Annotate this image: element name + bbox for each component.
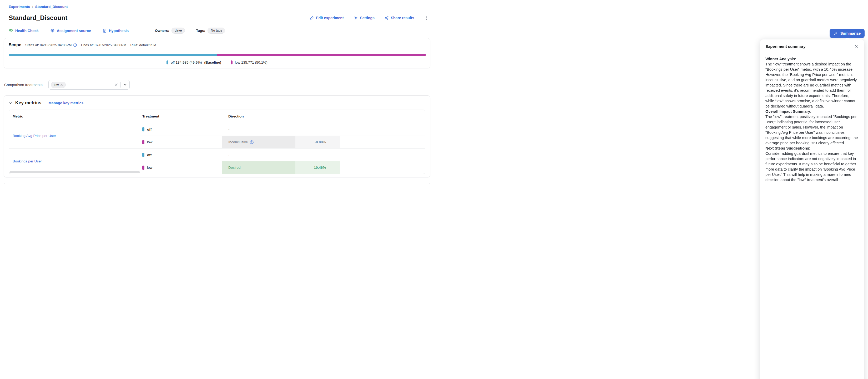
allocation-legend: off 134,985 (49.9%) (Baseline) low 135,7…: [9, 61, 425, 64]
direction-cell-desired: Desired: [222, 161, 296, 174]
change-cell: -0.08%: [296, 136, 340, 148]
tags-group: Tags: No tags: [196, 28, 225, 34]
table-header-row: Metric Treatment Direction: [9, 110, 425, 123]
breadcrumb-current[interactable]: Standard_Discount: [35, 5, 68, 9]
manage-key-metrics-link[interactable]: Manage key metrics: [49, 101, 83, 105]
scope-title: Scope: [9, 42, 21, 47]
change-cell: [296, 123, 340, 136]
gear-icon: [354, 16, 358, 20]
title-row: Standard_Discount Edit experiment Settin…: [0, 14, 434, 22]
document-icon: [102, 29, 107, 33]
key-metrics-card: Key metrics Manage key metrics Metric Tr…: [4, 95, 430, 177]
direction-cell: -: [222, 123, 296, 136]
health-check-link[interactable]: Health Check: [9, 28, 39, 33]
legend-item-low: low 135,771 (50.1%): [231, 61, 268, 64]
change-cell: [296, 148, 340, 161]
assignment-source-link[interactable]: Assignment source: [50, 28, 91, 33]
table-row: off -: [140, 148, 425, 161]
info-icon[interactable]: [73, 43, 77, 47]
comparison-treatments-label: Comparison treatments: [4, 83, 42, 87]
clear-selection-icon[interactable]: [114, 82, 119, 87]
column-header-treatment: Treatment: [140, 114, 222, 118]
table-row: off -: [140, 123, 425, 136]
chip-remove-icon[interactable]: [60, 83, 63, 86]
meta-row: Health Check Assignment source Hypothesi…: [0, 28, 434, 34]
comparison-treatments-row: Comparison treatments low: [0, 80, 434, 90]
allocation-segment-off: [9, 54, 217, 56]
owner-chip[interactable]: dave: [172, 28, 185, 34]
table-row-group: Booking Avg Price per User off - low Inc…: [9, 123, 425, 148]
treatment-chip-low[interactable]: low: [51, 82, 66, 88]
collapse-chevron-icon[interactable]: [9, 101, 12, 105]
low-swatch: [142, 166, 145, 170]
scope-starts-at: Starts at: 04/13/2025 04:06PM: [25, 43, 77, 47]
allocation-segment-low: [217, 54, 426, 56]
direction-cell-inconclusive: Inconclusive: [222, 136, 296, 148]
header-actions: Edit experiment Settings Share results: [310, 15, 428, 21]
off-swatch: [142, 127, 145, 131]
allocation-bar: [9, 54, 426, 56]
pencil-icon: [310, 16, 314, 20]
table-row: low Inconclusive -0.08%: [140, 136, 425, 148]
legend-item-off: off 134,985 (49.9%) (Baseline): [166, 61, 221, 64]
owners-label: Owners:: [155, 29, 169, 33]
owners-group: Owners: dave: [155, 28, 185, 34]
scope-rule: Rule: default rule: [130, 43, 156, 47]
settings-button[interactable]: Settings: [354, 16, 375, 20]
horizontal-scrollbar[interactable]: [9, 171, 140, 173]
direction-cell: -: [222, 148, 296, 161]
more-options-kebab-icon[interactable]: [424, 15, 429, 21]
baseline-badge: (Baseline): [204, 61, 221, 64]
low-swatch: [231, 61, 232, 64]
share-results-button[interactable]: Share results: [384, 16, 414, 20]
metric-link-booking-avg-price[interactable]: Booking Avg Price per User: [12, 134, 56, 138]
heart-check-icon: [9, 28, 13, 33]
scope-card: Scope Starts at: 04/13/2025 04:06PM Ends…: [4, 38, 430, 68]
low-swatch: [142, 140, 145, 144]
edit-experiment-button[interactable]: Edit experiment: [310, 16, 344, 20]
column-header-direction: Direction: [222, 114, 296, 118]
target-icon: [50, 28, 55, 33]
off-swatch: [142, 153, 145, 157]
metric-link-bookings-per-user[interactable]: Bookings per User: [12, 159, 42, 163]
chevron-down-icon[interactable]: [123, 83, 127, 87]
scope-ends-at: Ends at: 07/07/2025 04:06PM: [81, 43, 126, 47]
tags-chip[interactable]: No tags: [208, 28, 225, 34]
key-metrics-title: Key metrics: [15, 100, 41, 106]
tags-label: Tags:: [196, 29, 205, 33]
breadcrumb-experiments[interactable]: Experiments: [9, 5, 30, 9]
key-metrics-table: Metric Treatment Direction Booking Avg P…: [9, 110, 425, 174]
table-row: low Desired 10.46%: [140, 161, 425, 174]
hypothesis-link[interactable]: Hypothesis: [102, 29, 129, 33]
page-title: Standard_Discount: [9, 14, 67, 22]
breadcrumb-separator: /: [32, 5, 33, 9]
help-circle-icon[interactable]: [250, 140, 254, 144]
share-icon: [384, 16, 389, 20]
table-row-group: Bookings per User off - low Desired 10.4…: [9, 148, 425, 174]
comparison-treatments-select[interactable]: low: [49, 80, 130, 90]
breadcrumb: Experiments / Standard_Discount: [0, 0, 434, 9]
column-header-metric: Metric: [9, 114, 140, 118]
off-swatch: [166, 61, 168, 64]
next-section-card: [4, 183, 430, 190]
change-cell: 10.46%: [296, 161, 340, 174]
